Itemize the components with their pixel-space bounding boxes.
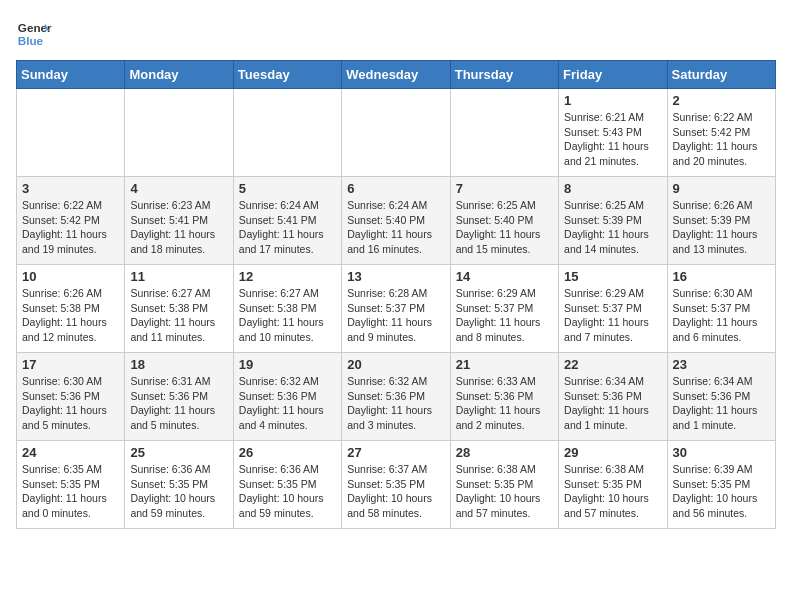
day-info: Sunrise: 6:28 AMSunset: 5:37 PMDaylight:…: [347, 286, 444, 345]
day-number: 13: [347, 269, 444, 284]
day-cell: 17Sunrise: 6:30 AMSunset: 5:36 PMDayligh…: [17, 353, 125, 441]
day-info: Sunrise: 6:35 AMSunset: 5:35 PMDaylight:…: [22, 462, 119, 521]
day-info: Sunrise: 6:31 AMSunset: 5:36 PMDaylight:…: [130, 374, 227, 433]
day-info: Sunrise: 6:25 AMSunset: 5:40 PMDaylight:…: [456, 198, 553, 257]
day-cell: 26Sunrise: 6:36 AMSunset: 5:35 PMDayligh…: [233, 441, 341, 529]
day-number: 16: [673, 269, 770, 284]
svg-text:Blue: Blue: [18, 34, 44, 47]
day-cell: 1Sunrise: 6:21 AMSunset: 5:43 PMDaylight…: [559, 89, 667, 177]
day-cell: 3Sunrise: 6:22 AMSunset: 5:42 PMDaylight…: [17, 177, 125, 265]
day-info: Sunrise: 6:21 AMSunset: 5:43 PMDaylight:…: [564, 110, 661, 169]
day-info: Sunrise: 6:36 AMSunset: 5:35 PMDaylight:…: [239, 462, 336, 521]
day-info: Sunrise: 6:27 AMSunset: 5:38 PMDaylight:…: [239, 286, 336, 345]
day-cell: 10Sunrise: 6:26 AMSunset: 5:38 PMDayligh…: [17, 265, 125, 353]
day-number: 5: [239, 181, 336, 196]
day-info: Sunrise: 6:24 AMSunset: 5:41 PMDaylight:…: [239, 198, 336, 257]
day-cell: 15Sunrise: 6:29 AMSunset: 5:37 PMDayligh…: [559, 265, 667, 353]
day-cell: [342, 89, 450, 177]
day-info: Sunrise: 6:24 AMSunset: 5:40 PMDaylight:…: [347, 198, 444, 257]
day-cell: 24Sunrise: 6:35 AMSunset: 5:35 PMDayligh…: [17, 441, 125, 529]
day-cell: [17, 89, 125, 177]
day-info: Sunrise: 6:34 AMSunset: 5:36 PMDaylight:…: [564, 374, 661, 433]
day-number: 15: [564, 269, 661, 284]
week-row-2: 3Sunrise: 6:22 AMSunset: 5:42 PMDaylight…: [17, 177, 776, 265]
day-number: 18: [130, 357, 227, 372]
weekday-header-sunday: Sunday: [17, 61, 125, 89]
week-row-4: 17Sunrise: 6:30 AMSunset: 5:36 PMDayligh…: [17, 353, 776, 441]
day-number: 8: [564, 181, 661, 196]
day-info: Sunrise: 6:36 AMSunset: 5:35 PMDaylight:…: [130, 462, 227, 521]
day-info: Sunrise: 6:26 AMSunset: 5:39 PMDaylight:…: [673, 198, 770, 257]
day-info: Sunrise: 6:27 AMSunset: 5:38 PMDaylight:…: [130, 286, 227, 345]
day-number: 28: [456, 445, 553, 460]
day-info: Sunrise: 6:32 AMSunset: 5:36 PMDaylight:…: [347, 374, 444, 433]
day-number: 25: [130, 445, 227, 460]
day-cell: 27Sunrise: 6:37 AMSunset: 5:35 PMDayligh…: [342, 441, 450, 529]
week-row-1: 1Sunrise: 6:21 AMSunset: 5:43 PMDaylight…: [17, 89, 776, 177]
day-info: Sunrise: 6:22 AMSunset: 5:42 PMDaylight:…: [22, 198, 119, 257]
day-cell: 6Sunrise: 6:24 AMSunset: 5:40 PMDaylight…: [342, 177, 450, 265]
day-number: 12: [239, 269, 336, 284]
day-number: 21: [456, 357, 553, 372]
day-info: Sunrise: 6:38 AMSunset: 5:35 PMDaylight:…: [564, 462, 661, 521]
day-number: 7: [456, 181, 553, 196]
day-number: 23: [673, 357, 770, 372]
day-number: 17: [22, 357, 119, 372]
day-number: 11: [130, 269, 227, 284]
week-row-3: 10Sunrise: 6:26 AMSunset: 5:38 PMDayligh…: [17, 265, 776, 353]
header: General Blue: [16, 16, 776, 52]
day-cell: 21Sunrise: 6:33 AMSunset: 5:36 PMDayligh…: [450, 353, 558, 441]
day-cell: 12Sunrise: 6:27 AMSunset: 5:38 PMDayligh…: [233, 265, 341, 353]
day-info: Sunrise: 6:39 AMSunset: 5:35 PMDaylight:…: [673, 462, 770, 521]
weekday-header-thursday: Thursday: [450, 61, 558, 89]
day-number: 10: [22, 269, 119, 284]
weekday-header-friday: Friday: [559, 61, 667, 89]
day-cell: 4Sunrise: 6:23 AMSunset: 5:41 PMDaylight…: [125, 177, 233, 265]
day-cell: 25Sunrise: 6:36 AMSunset: 5:35 PMDayligh…: [125, 441, 233, 529]
day-cell: 7Sunrise: 6:25 AMSunset: 5:40 PMDaylight…: [450, 177, 558, 265]
day-info: Sunrise: 6:37 AMSunset: 5:35 PMDaylight:…: [347, 462, 444, 521]
day-info: Sunrise: 6:30 AMSunset: 5:37 PMDaylight:…: [673, 286, 770, 345]
day-cell: [233, 89, 341, 177]
day-cell: 9Sunrise: 6:26 AMSunset: 5:39 PMDaylight…: [667, 177, 775, 265]
day-cell: 18Sunrise: 6:31 AMSunset: 5:36 PMDayligh…: [125, 353, 233, 441]
day-cell: 30Sunrise: 6:39 AMSunset: 5:35 PMDayligh…: [667, 441, 775, 529]
day-number: 3: [22, 181, 119, 196]
day-cell: 2Sunrise: 6:22 AMSunset: 5:42 PMDaylight…: [667, 89, 775, 177]
day-cell: 29Sunrise: 6:38 AMSunset: 5:35 PMDayligh…: [559, 441, 667, 529]
day-cell: 20Sunrise: 6:32 AMSunset: 5:36 PMDayligh…: [342, 353, 450, 441]
day-number: 4: [130, 181, 227, 196]
day-cell: 22Sunrise: 6:34 AMSunset: 5:36 PMDayligh…: [559, 353, 667, 441]
day-number: 30: [673, 445, 770, 460]
day-info: Sunrise: 6:33 AMSunset: 5:36 PMDaylight:…: [456, 374, 553, 433]
day-info: Sunrise: 6:34 AMSunset: 5:36 PMDaylight:…: [673, 374, 770, 433]
weekday-header-row: SundayMondayTuesdayWednesdayThursdayFrid…: [17, 61, 776, 89]
day-number: 14: [456, 269, 553, 284]
day-number: 27: [347, 445, 444, 460]
day-info: Sunrise: 6:29 AMSunset: 5:37 PMDaylight:…: [564, 286, 661, 345]
day-number: 29: [564, 445, 661, 460]
day-number: 26: [239, 445, 336, 460]
day-info: Sunrise: 6:25 AMSunset: 5:39 PMDaylight:…: [564, 198, 661, 257]
weekday-header-tuesday: Tuesday: [233, 61, 341, 89]
day-number: 19: [239, 357, 336, 372]
day-cell: 14Sunrise: 6:29 AMSunset: 5:37 PMDayligh…: [450, 265, 558, 353]
day-cell: 11Sunrise: 6:27 AMSunset: 5:38 PMDayligh…: [125, 265, 233, 353]
day-number: 24: [22, 445, 119, 460]
day-info: Sunrise: 6:23 AMSunset: 5:41 PMDaylight:…: [130, 198, 227, 257]
day-cell: 23Sunrise: 6:34 AMSunset: 5:36 PMDayligh…: [667, 353, 775, 441]
logo: General Blue: [16, 16, 56, 52]
weekday-header-wednesday: Wednesday: [342, 61, 450, 89]
weekday-header-saturday: Saturday: [667, 61, 775, 89]
week-row-5: 24Sunrise: 6:35 AMSunset: 5:35 PMDayligh…: [17, 441, 776, 529]
day-number: 6: [347, 181, 444, 196]
day-cell: [125, 89, 233, 177]
day-info: Sunrise: 6:29 AMSunset: 5:37 PMDaylight:…: [456, 286, 553, 345]
day-number: 22: [564, 357, 661, 372]
day-cell: 8Sunrise: 6:25 AMSunset: 5:39 PMDaylight…: [559, 177, 667, 265]
weekday-header-monday: Monday: [125, 61, 233, 89]
day-number: 2: [673, 93, 770, 108]
day-number: 20: [347, 357, 444, 372]
day-info: Sunrise: 6:26 AMSunset: 5:38 PMDaylight:…: [22, 286, 119, 345]
day-cell: 19Sunrise: 6:32 AMSunset: 5:36 PMDayligh…: [233, 353, 341, 441]
